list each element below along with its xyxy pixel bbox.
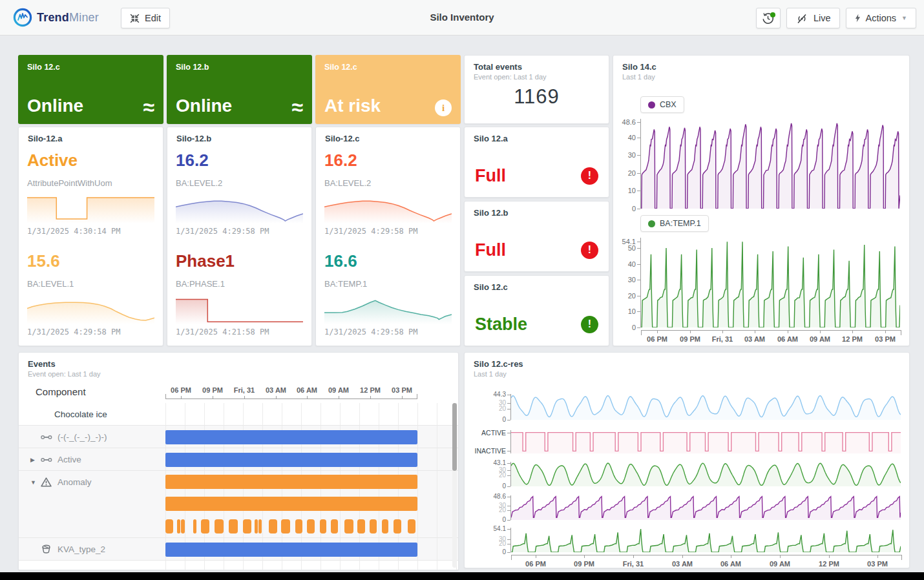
metric-value: 16.2 [324,150,357,171]
banner-title: Silo 12.c [27,63,60,72]
y-axis-tick-label: 40 [628,260,636,268]
strip-chart-res1[interactable] [511,394,901,420]
x-axis-tick-label: 06 AM [720,560,741,568]
event-row-partial[interactable] [19,561,458,570]
y-axis-tick-label: ACTIVE [481,429,506,437]
gantt-bar[interactable] [165,497,417,511]
gantt-segment[interactable] [370,519,377,533]
gantt-bar[interactable] [165,475,417,489]
tile-silo-12b-banner[interactable]: Silo 12.b Online ≈ [167,55,312,124]
gantt-segment[interactable] [243,519,251,533]
history-clock-button[interactable] [756,8,781,28]
gantt-segment[interactable] [295,519,303,533]
tile-title: Silo 12.c-res [474,359,523,369]
gantt-segment[interactable] [307,519,315,533]
metric-label: BA:TEMP.1 [324,279,367,289]
strip-chart-res3[interactable] [511,462,901,486]
status-dot [770,12,775,17]
gantt-segment[interactable] [382,519,388,533]
metric-value: Phase1 [176,251,235,271]
sparkline-canvas [27,193,154,223]
caret-right-icon[interactable]: ▶ [30,457,41,463]
event-row-active[interactable]: ▶ Active [19,448,458,471]
metric-value: 16.2 [176,150,209,171]
chart-cbx[interactable] [641,119,900,209]
row-label: (-(-_(-_-)_-)-) [58,432,107,442]
tile-silo-12c-banner[interactable]: Silo 12.c Online ≈ [18,55,163,124]
gantt-segment[interactable] [357,519,365,533]
status-value: Stable [475,315,527,335]
tile-silo-12b-metrics[interactable]: Silo-12.b 16.2 BA:LEVEL.2 1/31/2025 4:29… [167,127,312,346]
event-row-anomaly[interactable]: ▼ Anomaly [19,471,458,538]
y-axis-tick-label: 0 [502,416,506,424]
chart-canvas [511,462,901,486]
gantt-segment[interactable] [201,519,209,533]
event-row-emoticon[interactable]: (-(-_(-_-)_-)-) [19,426,458,448]
gantt-segment[interactable] [281,519,289,533]
gantt-segment[interactable] [255,519,258,533]
chart-canvas [511,394,901,420]
chart-ba-temp-1[interactable] [641,238,900,327]
gantt-segment[interactable] [408,519,415,533]
tile-silo-12c-res[interactable]: Silo 12.c-res Last 1 day 44.330200 ACTIV… [464,352,910,568]
tile-silo-12c-status[interactable]: Silo 12.c Stable ! [464,275,609,346]
tile-silo-12c-risk-banner[interactable]: Silo 12.c At risk i [315,55,461,124]
tile-silo-12a-status[interactable]: Silo 12.a Full ! [464,127,609,198]
status-value: Full [475,240,506,260]
y-axis-tick-label: 0 [632,324,636,331]
strip-chart-res2[interactable] [511,430,901,453]
x-axis-tick-label: 03 AM [744,335,765,343]
events-scrollbar[interactable] [452,403,457,568]
strip-chart-res5[interactable] [511,528,901,552]
gantt-segment[interactable] [331,519,339,533]
gantt-segment[interactable] [215,519,223,533]
y-axis-res5: 54.130200 [474,528,511,552]
gantt-segment[interactable] [258,519,262,533]
gantt-segments[interactable] [165,515,458,538]
gantt-bar[interactable] [165,543,417,557]
legend-chip-cbx[interactable]: CBX [640,96,684,113]
x-axis-tick-label: 09 PM [574,560,594,568]
y-axis-tick-label: 50 [628,244,636,252]
gantt-segment[interactable] [320,519,326,533]
gantt-segment[interactable] [269,519,277,533]
tile-silo-12c-metrics[interactable]: Silo-12.c 16.2 BA:LEVEL.2 1/31/2025 4:29… [315,127,461,346]
event-row-chocolate-ice[interactable]: Chocolate ice [19,403,458,426]
tile-title: Total events [474,62,522,72]
tile-silo-12b-status[interactable]: Silo 12.b Full ! [464,201,609,272]
tile-subtitle: Event open: Last 1 day [28,370,101,378]
caret-down-icon[interactable]: ▼ [30,479,41,486]
tile-total-events[interactable]: Total events Event open: Last 1 day 1169 [464,55,609,124]
y-axis-res1: 44.330200 [474,394,511,420]
chart-canvas [641,119,900,209]
gantt-segment[interactable] [229,519,237,533]
tile-silo-14c[interactable]: Silo 14.c Last 1 day CBX 48.6403020100 B… [613,55,910,346]
gantt-segment[interactable] [177,519,181,533]
x-axis-silo-12c-res: 06 PM09 PMFri, 3103 AM06 AM09 AM12 PM03 … [511,555,902,570]
banner-value: At risk [324,96,381,116]
gantt-segment[interactable] [193,519,196,533]
tile-silo-12a-metrics[interactable]: Silo-12.a Active AttributePointWithUom 1… [18,127,163,346]
legend-label: CBX [660,100,677,109]
gantt-segment[interactable] [165,519,173,533]
alert-icon: ! [581,242,598,259]
chart-canvas [641,238,900,327]
gantt-bar[interactable] [165,453,417,467]
x-axis-tick-label: 12 PM [360,386,381,394]
event-row-kva-type-2[interactable]: KVA_type_2 [19,538,458,561]
legend-chip-ba-temp-1[interactable]: BA:TEMP.1 [640,215,709,232]
bottom-bar [0,572,924,580]
scrollbar-thumb[interactable] [452,403,457,471]
y-axis-tick-label: 30 [628,151,636,159]
actions-button[interactable]: Actions ▼ [846,8,916,28]
y-axis-tick-label: 20 [499,540,506,548]
strip-chart-res4[interactable] [511,495,901,520]
gantt-bar[interactable] [165,430,417,444]
live-button[interactable]: Live [786,8,840,28]
gantt-segment[interactable] [344,519,353,533]
x-axis-tick-label: 09 PM [202,386,223,394]
gantt-segment[interactable] [394,519,401,533]
tile-events[interactable]: Events Event open: Last 1 day Component … [18,352,459,570]
bucket-icon [41,544,58,554]
gantt-segment[interactable] [181,519,185,533]
